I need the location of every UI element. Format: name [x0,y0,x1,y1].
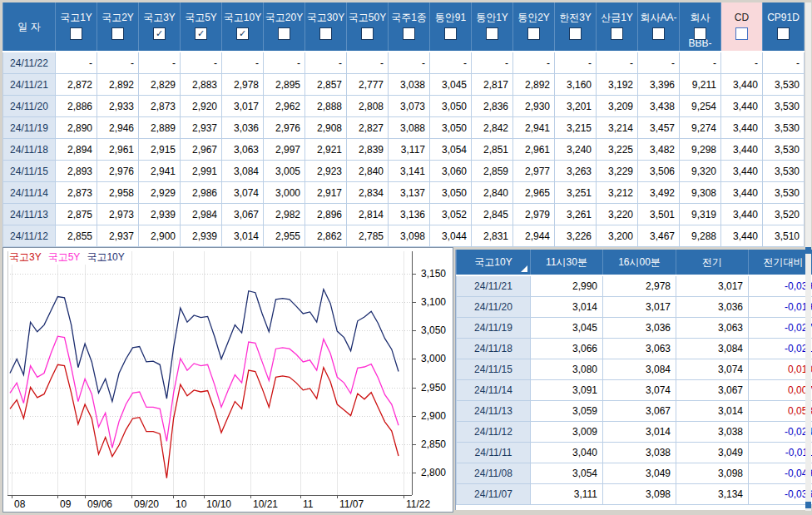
rate-value-cell: - [305,52,347,74]
column-checkbox[interactable]: ✓ [195,27,207,40]
svg-text:11: 11 [303,498,314,510]
rate-value-cell: 2,962 [264,96,305,117]
rate-value-cell: 2,978 [222,74,264,96]
svg-text:3,100: 3,100 [421,296,446,308]
column-header-4: 국고10Y✓ [222,2,264,52]
rate-value-cell: 9,319 [680,204,721,225]
rate-value-cell: 3,226 [555,225,597,247]
rate-value-cell: 2,873 [56,182,97,204]
svg-text:11/22: 11/22 [406,498,430,510]
column-header-9: 통안91 [430,2,472,52]
svg-text:09/20: 09/20 [134,498,159,510]
column-checkbox[interactable] [611,27,623,40]
column-checkbox[interactable] [319,27,332,40]
quote-table-body: 24/11/212,9902,9783,017-0,03924/11/203,0… [457,275,812,505]
rate-value-cell: 2,855 [56,225,97,247]
change-cell: -0,039 [749,275,812,297]
rate-value-cell: - [472,52,513,74]
rate-value-cell: 2,845 [472,204,513,225]
rate-value-cell: 3,063 [222,139,264,161]
rate-value-cell: 2,834 [347,182,389,204]
column-checkbox[interactable]: ✓ [236,27,249,40]
rate-value-cell: 3,530 [763,161,805,182]
rate-value-cell: 2,883 [181,74,222,96]
rate-value-cell: 3,052 [430,204,472,225]
svg-text:2,950: 2,950 [421,382,446,394]
column-checkbox[interactable]: ✓ [153,27,166,40]
column-checkbox[interactable] [70,27,82,40]
column-header-11: 통안2Y [513,2,555,52]
rate-value-cell: 3,530 [763,182,805,204]
column-header-15: 회사BBB- [680,2,721,52]
rate-value-cell: 2,920 [181,96,222,117]
rate-value-cell: 3,506 [638,161,680,182]
bond-10y-quote-table: 국고10Y11시30분16시00분전기전기대비 24/11/212,9902,9… [456,250,812,505]
vertical-scrollbar[interactable] [805,2,811,511]
rate-value-cell: 3,440 [721,182,763,204]
rate-value-cell: 3,467 [638,225,680,247]
quote-table-row: 24/11/153,0803,0843,0740,010 [457,359,812,380]
rate-value-cell: - [430,52,472,74]
quote-table-row: 24/11/212,9902,9783,017-0,039 [457,275,812,297]
rate-value-cell: 3,501 [638,204,680,225]
change-cell: 0,053 [749,401,812,422]
rate-value-cell: 2,814 [347,204,389,225]
column-checkbox[interactable] [403,27,415,40]
column-checkbox[interactable] [569,27,582,40]
rate-value-cell: 3,440 [721,161,763,182]
scroll-up-button[interactable] [805,247,811,254]
column-checkbox[interactable] [361,27,374,40]
svg-text:3,150: 3,150 [421,268,446,280]
column-checkbox[interactable] [652,27,665,40]
rate-value-cell: 3,440 [721,225,763,247]
rate-value-cell: 2,785 [347,225,389,247]
rate-value-cell: 2,817 [472,74,513,96]
rate-value-cell: - [555,52,597,74]
column-checkbox[interactable] [694,27,706,40]
column-label: 국고2Y [97,5,138,27]
rate-value-cell: - [264,52,305,74]
rate-value-cell: 2,889 [139,117,181,139]
date-cell: 24/11/13 [457,401,531,422]
date-cell: 24/11/21 [3,74,56,96]
scroll-down-button[interactable] [805,502,811,508]
column-checkbox[interactable] [486,27,498,40]
rate-value-cell: 2,851 [472,139,513,161]
rate-value-cell: 2,955 [264,225,305,247]
column-label: 국고1Y [56,5,97,27]
svg-text:10: 10 [176,498,187,510]
column-checkbox[interactable] [444,27,457,40]
quote-sort-header[interactable]: 국고10Y [457,250,531,275]
rate-value-cell: 2,840 [472,182,513,204]
bond-10y-quote-panel: 국고10Y11시30분16시00분전기전기대비 24/11/212,9902,9… [455,250,805,510]
column-header-12: 한전3Y [555,2,597,52]
quote-column-header-1: 11시30분 [531,250,603,275]
rate-value-cell: - [680,52,721,74]
column-checkbox[interactable] [527,27,540,40]
svg-text:2,900: 2,900 [421,410,446,422]
t1600-cell: 3,014 [603,422,676,443]
rate-value-cell: 9,308 [680,182,721,204]
column-checkbox[interactable] [735,27,748,40]
prev-cell: 3,074 [676,359,749,380]
rate-table-row: 24/11/142,8732,9582,9292,9863,0743,0002,… [3,182,805,204]
rate-value-cell: 3,073 [389,96,430,117]
change-cell: -0,021 [749,339,812,359]
rate-value-cell: 3,088 [389,117,430,139]
rate-value-cell: 3,074 [222,182,264,204]
prev-cell: 3,017 [676,275,749,297]
prev-cell: 3,049 [676,443,749,463]
date-cell: 24/11/19 [3,117,56,139]
rate-value-cell: 3,136 [389,204,430,225]
rate-value-cell: 2,890 [56,117,97,139]
rate-value-cell: 2,893 [56,161,97,182]
column-checkbox[interactable] [777,27,790,40]
rate-value-cell: 3,440 [721,204,763,225]
column-checkbox[interactable] [278,27,290,40]
rate-value-cell: - [181,52,222,74]
rate-table-body: 24/11/22------------------24/11/212,8722… [3,52,805,247]
date-cell: 24/11/20 [3,96,56,117]
quote-column-header-3: 전기 [676,250,749,275]
rate-value-cell: 2,946 [97,117,139,139]
column-checkbox[interactable] [111,27,124,40]
